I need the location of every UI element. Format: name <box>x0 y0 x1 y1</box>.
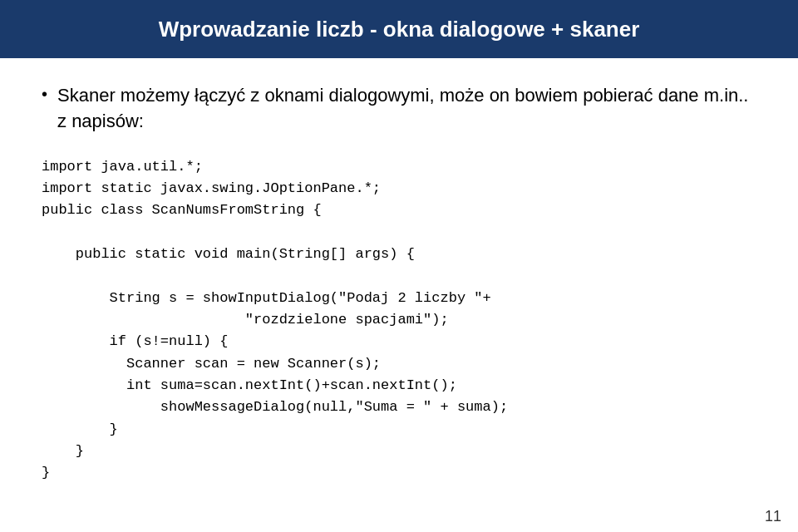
code-line-8: Scanner scan = new Scanner(s); <box>42 356 381 372</box>
slide-footer: 11 <box>0 501 798 532</box>
slide-content: • Skaner możemy łączyć z oknami dialogow… <box>0 58 798 501</box>
code-line-9: int suma=scan.nextInt()+scan.nextInt(); <box>42 377 457 393</box>
code-line-7: if (s!=null) { <box>42 333 228 349</box>
code-line-6: "rozdzielone spacjami"); <box>42 312 449 328</box>
slide-container: Wprowadzanie liczb - okna dialogowe + sk… <box>0 0 798 532</box>
code-line-4: public static void main(String[] args) { <box>42 246 415 262</box>
code-line-10: showMessageDialog(null,"Suma = " + suma)… <box>42 399 508 415</box>
slide-title: Wprowadzanie liczb - okna dialogowe + sk… <box>159 17 640 42</box>
bullet-text: Skaner możemy łączyć z oknami dialogowym… <box>57 83 756 135</box>
code-line-5: String s = showInputDialog("Podaj 2 licz… <box>42 290 491 306</box>
code-line-13: } <box>42 465 50 480</box>
bullet-dot: • <box>42 85 47 104</box>
slide-header: Wprowadzanie liczb - okna dialogowe + sk… <box>0 0 798 58</box>
bullet-point: • Skaner możemy łączyć z oknami dialogow… <box>42 83 756 135</box>
code-line-11: } <box>42 421 118 437</box>
code-line-1: import java.util.*; <box>42 159 203 175</box>
page-number: 11 <box>765 508 781 525</box>
code-line-3: public class ScanNumsFromString { <box>42 202 322 218</box>
code-line-2: import static javax.swing.JOptionPane.*; <box>42 180 381 196</box>
code-block: import java.util.*; import static javax.… <box>42 156 756 485</box>
code-line-12: } <box>42 443 84 459</box>
